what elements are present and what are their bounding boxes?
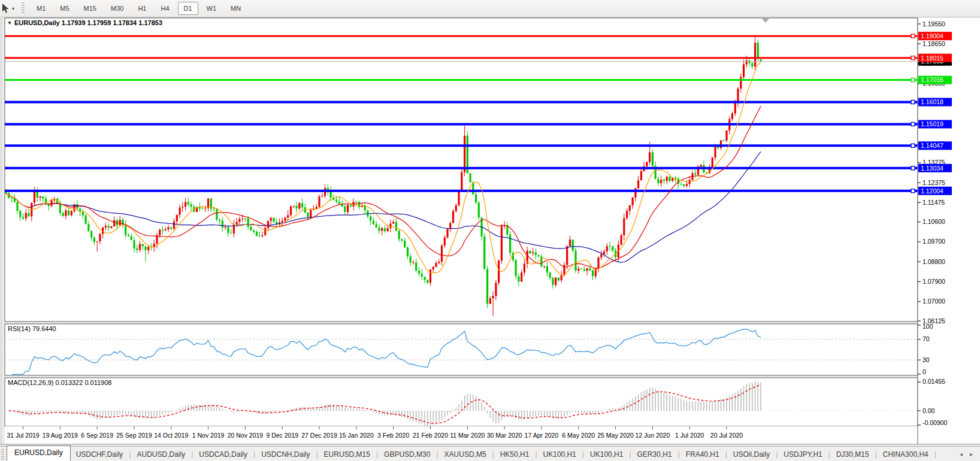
svg-text:19 Aug 2019: 19 Aug 2019: [43, 432, 78, 439]
candle: [621, 233, 622, 245]
candle: [216, 208, 217, 222]
tab-usdchf-daily[interactable]: USDCHF,Daily: [71, 448, 129, 460]
svg-text:1.07900: 1.07900: [922, 278, 945, 285]
svg-text:12 Jun 2020: 12 Jun 2020: [635, 432, 670, 439]
svg-text:70: 70: [922, 335, 930, 342]
svg-text:-0.00900: -0.00900: [922, 419, 948, 426]
timeframe-button-m5[interactable]: M5: [54, 2, 75, 15]
svg-text:25 Sep 2019: 25 Sep 2019: [116, 432, 152, 439]
tab-gbpusd-m30[interactable]: GBPUSD,M30: [379, 448, 435, 460]
candle: [574, 248, 576, 273]
rsi-indicator-label: RSI(14) 79.6440: [8, 325, 56, 332]
svg-text:100: 100: [922, 323, 933, 330]
candle: [501, 224, 503, 264]
tab-usdcnh-daily[interactable]: USDCNH,Daily: [256, 448, 315, 460]
svg-text:9 Dec 2019: 9 Dec 2019: [266, 432, 298, 439]
svg-text:17 Apr 2020: 17 Apr 2020: [525, 432, 559, 439]
svg-text:1.09700: 1.09700: [922, 238, 945, 245]
svg-text:21 Feb 2020: 21 Feb 2020: [413, 432, 448, 439]
svg-text:27 Dec 2019: 27 Dec 2019: [301, 432, 337, 439]
tab-ger30-h1[interactable]: GER30,H1: [632, 448, 677, 460]
svg-text:1.08800: 1.08800: [922, 258, 945, 265]
svg-text:0: 0: [922, 368, 926, 375]
svg-text:1.18650: 1.18650: [922, 40, 945, 47]
timeframe-button-d1[interactable]: D1: [178, 2, 198, 15]
candle: [290, 205, 292, 217]
candle: [486, 266, 488, 308]
svg-text:1.13034: 1.13034: [921, 165, 943, 172]
timeframe-button-h4[interactable]: H4: [155, 2, 175, 15]
chevron-down-icon: ▾: [12, 6, 14, 11]
top-toolbar: ▾ M1M5M15M30H1H4D1W1MN: [0, 0, 980, 17]
macd-indicator-label: MACD(12,26,9) 0.013322 0.011908: [8, 379, 111, 386]
svg-text:30 Mar 2020: 30 Mar 2020: [487, 432, 522, 439]
tab-fra40-h1[interactable]: FRA40,H1: [680, 448, 725, 460]
tab-hk50-h1[interactable]: HK50,H1: [495, 448, 535, 460]
svg-text:25 May 2020: 25 May 2020: [597, 432, 634, 439]
svg-text:15 Jan 2020: 15 Jan 2020: [339, 432, 374, 439]
svg-text:1.19004: 1.19004: [921, 32, 943, 40]
tab-separator: |: [934, 450, 937, 459]
svg-text:1.15019: 1.15019: [921, 120, 943, 128]
svg-text:1.19550: 1.19550: [922, 20, 945, 28]
candle: [458, 190, 459, 207]
svg-text:1.10600: 1.10600: [922, 218, 945, 225]
svg-text:1.12375: 1.12375: [922, 179, 945, 186]
timeframe-button-mn[interactable]: MN: [225, 2, 247, 15]
tab-uk100-h1[interactable]: UK100,H1: [585, 448, 628, 460]
svg-text:6 May 2020: 6 May 2020: [562, 432, 595, 439]
cursor-tool-icon: [0, 3, 10, 14]
timeframe-button-m30[interactable]: M30: [105, 2, 129, 15]
svg-text:14 Oct 2019: 14 Oct 2019: [154, 432, 188, 439]
svg-text:1.07000: 1.07000: [922, 298, 945, 305]
tab-scroll-right-icon[interactable]: ▸: [970, 451, 973, 457]
candle: [452, 209, 454, 223]
tab-eurusd-m15[interactable]: EURUSD,M15: [319, 448, 376, 460]
timeframe-button-m1[interactable]: M1: [31, 2, 52, 15]
svg-text:20 Nov 2019: 20 Nov 2019: [228, 432, 264, 439]
svg-text:1 Jul 2020: 1 Jul 2020: [675, 432, 704, 439]
candle: [712, 157, 713, 168]
chart-symbol-label: EURUSD,Daily: [14, 19, 60, 26]
timeframe-button-group: M1M5M15M30H1H4D1W1MN: [29, 2, 248, 15]
candle: [446, 229, 448, 239]
tab-eurusd-daily[interactable]: EURUSD,Daily: [7, 445, 71, 461]
chart-title: ▼EURUSD,Daily 1.17939 1.17959 1.17834 1.…: [7, 19, 162, 26]
tab-china300-h4[interactable]: CHINA300,H4: [878, 448, 934, 460]
main-chart-svg[interactable]: 1.195501.186501.177501.168501.159501.150…: [0, 0, 980, 461]
candle: [461, 169, 462, 191]
tab-scroll-left-icon[interactable]: ◂: [960, 451, 963, 457]
tab-uk100-h1[interactable]: UK100,H1: [538, 448, 582, 460]
svg-text:0.00: 0.00: [922, 407, 935, 414]
tab-xauusd-m5[interactable]: XAUUSD,M5: [439, 448, 492, 460]
tab-items: EURUSD,DailyUSDCHF,Daily|AUDUSD,Daily|US…: [7, 447, 937, 461]
tabbar-grip[interactable]: [1, 449, 4, 460]
svg-text:30: 30: [922, 356, 930, 363]
candle: [529, 251, 531, 254]
svg-text:1.12004: 1.12004: [921, 187, 943, 195]
cursor-tool-button[interactable]: ▾: [0, 3, 16, 14]
candle: [85, 214, 87, 225]
svg-text:0.01455: 0.01455: [922, 378, 945, 385]
tab-usdcad-daily[interactable]: USDCAD,Daily: [193, 448, 253, 460]
tab-usoil-daily[interactable]: USOil,Daily: [728, 448, 775, 460]
chart-title-caret-icon: ▼: [7, 20, 12, 26]
toolbar-grip[interactable]: [22, 2, 25, 14]
svg-text:11 Mar 2020: 11 Mar 2020: [450, 432, 485, 439]
svg-text:6 Sep 2019: 6 Sep 2019: [81, 432, 113, 439]
candle: [483, 233, 485, 269]
svg-text:1.16018: 1.16018: [921, 98, 943, 105]
timeframe-button-h1[interactable]: H1: [132, 2, 152, 15]
svg-text:1.17016: 1.17016: [921, 76, 943, 83]
timeframe-button-m15[interactable]: M15: [78, 2, 102, 15]
tab-usdjpy-h1[interactable]: USDJPY,H1: [778, 448, 827, 460]
svg-text:1 Nov 2019: 1 Nov 2019: [192, 432, 225, 439]
svg-text:31 Jul 2019: 31 Jul 2019: [7, 432, 39, 439]
svg-text:20 Jul 2020: 20 Jul 2020: [710, 432, 743, 439]
tab-scroll-arrows: ◂ ▸: [960, 451, 980, 457]
timeframe-button-w1[interactable]: W1: [201, 2, 223, 15]
svg-text:1.18015: 1.18015: [921, 54, 943, 62]
tab-dj30-m15[interactable]: DJ30,M15: [831, 448, 875, 460]
tab-audusd-daily[interactable]: AUDUSD,Daily: [132, 448, 191, 460]
svg-text:3 Feb 2020: 3 Feb 2020: [377, 432, 409, 439]
